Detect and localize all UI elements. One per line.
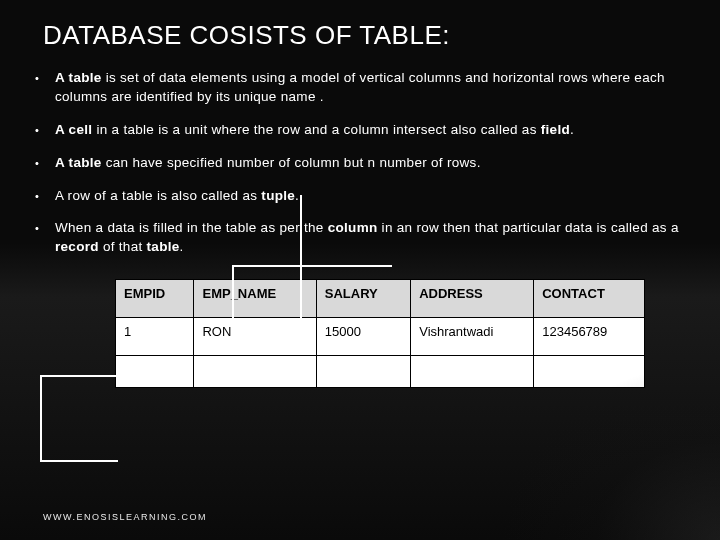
- text: in a table is a unit where the row and a…: [92, 122, 540, 137]
- connector-line: [232, 265, 392, 267]
- connector-line: [232, 265, 234, 340]
- text-bold: tuple: [261, 188, 295, 203]
- text: When a data is filled in the table as pe…: [55, 220, 328, 235]
- table-cell: 123456789: [534, 318, 645, 356]
- text: A row of a table is also called as: [55, 188, 261, 203]
- table-cell: [316, 356, 410, 388]
- text-bold: A table: [55, 70, 102, 85]
- text-bold: A table: [55, 155, 102, 170]
- text: is set of data elements using a model of…: [55, 70, 665, 104]
- table-header: SALARY: [316, 280, 410, 318]
- text-bold: column: [328, 220, 378, 235]
- table-cell: 15000: [316, 318, 410, 356]
- bullet-text: A table is set of data elements using a …: [55, 69, 685, 107]
- list-item: • A cell in a table is a unit where the …: [35, 121, 685, 140]
- example-table: EMPID EMP_NAME SALARY ADDRESS CONTACT 1 …: [115, 279, 645, 388]
- bullet-text: A row of a table is also called as tuple…: [55, 187, 685, 206]
- table-cell: Vishrantwadi: [411, 318, 534, 356]
- table-header: CONTACT: [534, 280, 645, 318]
- table-cell: 1: [116, 318, 194, 356]
- bullet-icon: •: [35, 154, 55, 173]
- table-cell: [116, 356, 194, 388]
- table-row: [116, 356, 645, 388]
- text-bold: record: [55, 239, 99, 254]
- table-cell: [534, 356, 645, 388]
- text: .: [570, 122, 574, 137]
- list-item: • When a data is filled in the table as …: [35, 219, 685, 257]
- text: .: [180, 239, 184, 254]
- text: can have specified number of column but …: [102, 155, 481, 170]
- table-cell: [194, 356, 316, 388]
- table-row: 1 RON 15000 Vishrantwadi 123456789: [116, 318, 645, 356]
- text-bold: table: [147, 239, 180, 254]
- list-item: • A table can have specified number of c…: [35, 154, 685, 173]
- text-bold: field: [541, 122, 570, 137]
- bullet-text: A table can have specified number of col…: [55, 154, 685, 173]
- example-table-container: EMPID EMP_NAME SALARY ADDRESS CONTACT 1 …: [115, 279, 645, 388]
- table-header: ADDRESS: [411, 280, 534, 318]
- list-item: • A row of a table is also called as tup…: [35, 187, 685, 206]
- bullet-text: A cell in a table is a unit where the ro…: [55, 121, 685, 140]
- table-cell: [411, 356, 534, 388]
- connector-line: [40, 460, 118, 462]
- text: .: [295, 188, 299, 203]
- table-header-row: EMPID EMP_NAME SALARY ADDRESS CONTACT: [116, 280, 645, 318]
- bullet-text: When a data is filled in the table as pe…: [55, 219, 685, 257]
- bullet-icon: •: [35, 187, 55, 206]
- slide-title: DATABASE COSISTS OF TABLE:: [43, 20, 685, 51]
- connector-line: [300, 195, 302, 320]
- bullet-icon: •: [35, 121, 55, 140]
- bullet-icon: •: [35, 219, 55, 257]
- table-cell: RON: [194, 318, 316, 356]
- bullet-list: • A table is set of data elements using …: [35, 69, 685, 257]
- text-bold: A cell: [55, 122, 92, 137]
- table-header: EMPID: [116, 280, 194, 318]
- list-item: • A table is set of data elements using …: [35, 69, 685, 107]
- footer-url: WWW.ENOSISLEARNING.COM: [43, 512, 207, 522]
- text: in an row then that particular data is c…: [378, 220, 679, 235]
- table-header: EMP_NAME: [194, 280, 316, 318]
- bullet-icon: •: [35, 69, 55, 107]
- connector-line: [40, 375, 118, 377]
- connector-line: [40, 375, 42, 460]
- text: of that: [99, 239, 147, 254]
